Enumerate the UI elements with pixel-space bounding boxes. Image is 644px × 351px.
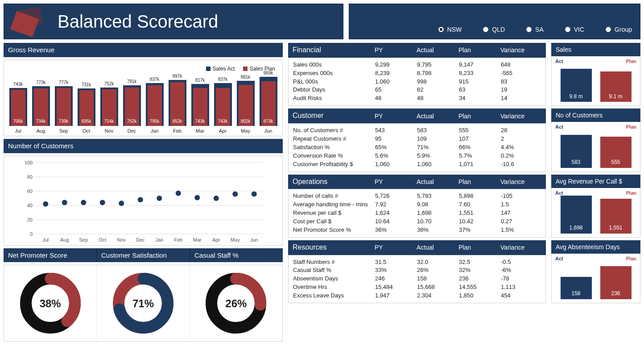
customer-header: CustomerPYActualPlanVariance bbox=[288, 109, 546, 123]
region-radio-sa[interactable]: SA bbox=[526, 25, 544, 33]
svg-text:Oct: Oct bbox=[99, 237, 106, 242]
svg-point-26 bbox=[157, 196, 162, 201]
bar-oct: 731k695kOct bbox=[77, 82, 96, 134]
table-row: Number of calls #5,7265,7935,898-105 bbox=[293, 192, 541, 201]
svg-text:20: 20 bbox=[27, 217, 33, 222]
table-row: Casual Staff %33%26%32%-6% bbox=[293, 266, 541, 275]
gross-revenue-chart: Sales Act Sales Plan 743k706kJul773k734k… bbox=[4, 60, 283, 137]
table-row: Audit Risks46483414 bbox=[293, 94, 541, 103]
table-row: No. of Customers #54358355528 bbox=[293, 126, 541, 135]
gross-revenue-header: Gross Revenue bbox=[4, 43, 283, 57]
region-selector: NSWQLDSAVICGroup bbox=[349, 4, 640, 39]
table-row: Debtor Days65826319 bbox=[293, 86, 541, 94]
bar-jun: 959k873kJun bbox=[259, 70, 278, 134]
svg-text:Jan: Jan bbox=[155, 237, 163, 242]
svg-text:Aug: Aug bbox=[60, 237, 69, 242]
region-radio-group[interactable]: Group bbox=[606, 25, 632, 33]
region-radio-nsw[interactable]: NSW bbox=[438, 25, 462, 33]
svg-point-32 bbox=[214, 196, 219, 201]
bar-jan: 837k795kJan bbox=[145, 76, 164, 134]
bar-feb: 897k852kFeb bbox=[168, 73, 187, 134]
svg-text:Jul: Jul bbox=[42, 237, 49, 242]
svg-point-14 bbox=[43, 201, 48, 206]
financial-mini-header: Sales bbox=[551, 43, 640, 56]
table-row: P&L 000s1,06099891583 bbox=[293, 78, 541, 86]
table-row: Cost per Call $10.6410.7010.420.27 bbox=[293, 217, 541, 226]
resources-mini-chart: ActPlan158236 bbox=[551, 254, 640, 303]
bar-may: 881k802kMay bbox=[236, 74, 255, 134]
table-row: Overtime Hrs15,48415,66814,5551,113 bbox=[293, 283, 541, 292]
resources-header: ResourcesPYActualPlanVariance bbox=[288, 240, 546, 255]
bar-jul: 743k706kJul bbox=[9, 81, 28, 134]
bar-apr: 837k743kApr bbox=[214, 76, 232, 134]
table-row: Staff Numbers #31.532.032.5-0.5 bbox=[293, 258, 541, 267]
svg-text:Nov: Nov bbox=[117, 237, 126, 242]
svg-text:May: May bbox=[231, 237, 240, 242]
svg-text:Feb: Feb bbox=[174, 237, 182, 242]
table-row: Sales 000s9,2999,7959,147648 bbox=[293, 61, 541, 69]
region-radio-qld[interactable]: QLD bbox=[483, 25, 505, 33]
financial-mini-chart: ActPlan9.8 m9.1 m bbox=[551, 56, 640, 106]
operations-mini-chart: ActPlan1,6981,551 bbox=[551, 188, 640, 238]
operations-mini-header: Avg Revenue Per Call $ bbox=[551, 175, 640, 188]
donut-header-0: Net Promoter Score bbox=[4, 248, 97, 263]
donut-1: 71% bbox=[97, 265, 190, 341]
svg-point-22 bbox=[119, 201, 124, 206]
resources-body: Staff Numbers #31.532.032.5-0.5Casual St… bbox=[288, 255, 546, 303]
operations-header: OperationsPYActualPlanVariance bbox=[288, 175, 546, 189]
customers-chart-header: Number of Customers bbox=[4, 139, 283, 153]
customers-chart: 020406080100JulAugSepOctNovDecJanFebMarA… bbox=[4, 156, 283, 246]
svg-text:Jun: Jun bbox=[250, 237, 258, 242]
svg-point-18 bbox=[81, 200, 86, 205]
page-title: Balanced Scorecard bbox=[58, 10, 218, 33]
financial-body: Sales 000s9,2999,7959,147648Expenses 000… bbox=[288, 58, 546, 106]
title-bar: Balanced Scorecard bbox=[4, 4, 343, 39]
operations-body: Number of calls #5,7265,7935,898-105Aver… bbox=[288, 189, 546, 237]
table-row: Revenue per call $1,6241,6981,551147 bbox=[293, 209, 541, 217]
donut-2: 26% bbox=[190, 265, 282, 341]
table-row: Average handling time - mins7.929.087.60… bbox=[293, 201, 541, 209]
customer-mini-chart: ActPlan583555 bbox=[551, 122, 640, 171]
financial-header: FinancialPYActualPlanVariance bbox=[288, 43, 546, 58]
resources-mini-header: Avg Absenteeism Days bbox=[551, 240, 640, 254]
table-row: Customer Profitability $1,0601,0601,071-… bbox=[293, 160, 541, 169]
svg-point-20 bbox=[100, 200, 105, 205]
bar-sep: 777k739kSep bbox=[54, 79, 73, 134]
table-row: Excess Leave Days1,9472,3041,850454 bbox=[293, 292, 541, 300]
svg-text:60: 60 bbox=[27, 188, 33, 194]
table-row: Repeat Customers #951091072 bbox=[293, 135, 541, 143]
table-row: Expenses 000s8,2398,7988,233-565 bbox=[293, 69, 541, 78]
legend-sales-act: Sales Act bbox=[206, 66, 235, 73]
svg-text:Apr: Apr bbox=[212, 237, 220, 242]
donut-header-2: Casual Staff % bbox=[190, 248, 283, 263]
table-row: Conversion Rate %5.6%5.9%5.7%0.2% bbox=[293, 152, 541, 160]
bar-nov: 752k714kNov bbox=[100, 81, 119, 134]
svg-point-24 bbox=[138, 197, 143, 202]
svg-text:Mar: Mar bbox=[193, 237, 202, 242]
bar-mar: 817k743kMar bbox=[191, 77, 210, 134]
svg-point-16 bbox=[62, 200, 67, 205]
svg-text:Sep: Sep bbox=[79, 237, 88, 242]
svg-point-30 bbox=[194, 195, 200, 200]
bar-aug: 773k734kAug bbox=[32, 79, 50, 134]
svg-point-36 bbox=[252, 191, 257, 196]
svg-text:0: 0 bbox=[30, 231, 33, 237]
bar-dec: 791k752kDec bbox=[123, 79, 141, 134]
svg-text:Dec: Dec bbox=[136, 237, 145, 242]
svg-text:100: 100 bbox=[25, 160, 33, 165]
region-radio-vic[interactable]: VIC bbox=[565, 25, 584, 33]
logo-icon bbox=[8, 6, 51, 38]
svg-point-28 bbox=[176, 190, 181, 196]
donut-0: 38% bbox=[4, 265, 97, 341]
customer-mini-header: No of Customers bbox=[551, 109, 640, 122]
customer-body: No. of Customers #54358355528Repeat Cust… bbox=[288, 123, 546, 171]
svg-text:40: 40 bbox=[27, 203, 33, 208]
table-row: Net Promotor Score %36%38%37%1.5% bbox=[293, 226, 541, 234]
table-row: Abseentism Days246158236-78 bbox=[293, 275, 541, 283]
donut-header-1: Customer Satisfaction bbox=[97, 248, 190, 263]
svg-text:80: 80 bbox=[27, 174, 33, 180]
svg-point-34 bbox=[232, 191, 238, 196]
table-row: Satisfaction %65%71%66%4.4% bbox=[293, 143, 541, 152]
